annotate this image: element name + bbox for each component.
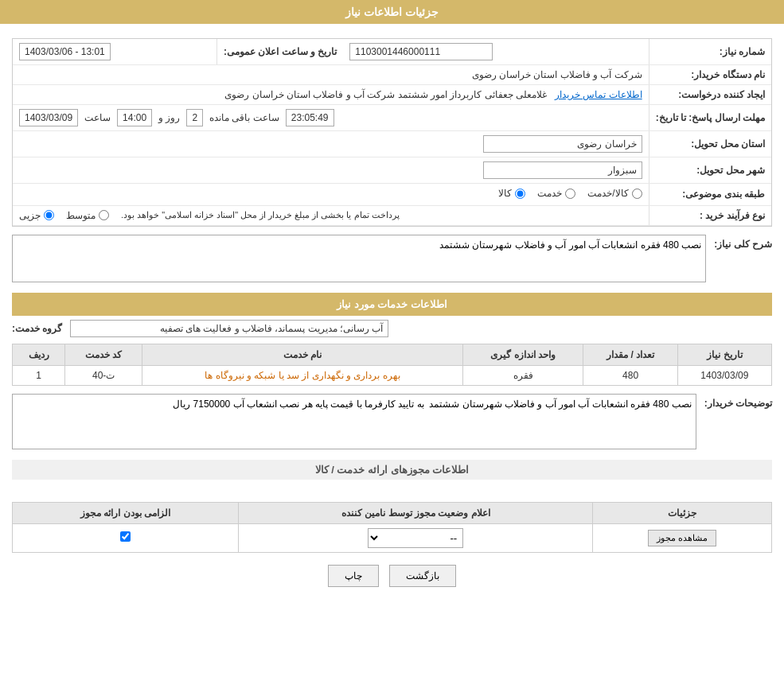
buyer-org-box: شرکت آب و فاضلاب استان خراسان رضوی — [472, 69, 642, 80]
province-value: خراسان رضوی — [483, 135, 642, 153]
buyer-notes-label: توضیحات خریدار: — [704, 394, 772, 409]
announce-date-box: 1403/03/06 - 13:01 — [19, 43, 111, 60]
list-item: مشاهده مجوز -- — [13, 523, 772, 552]
response-days-box: 2 — [186, 109, 203, 126]
col-date: تاریخ نیاز — [677, 344, 771, 365]
category-khadamat-radio[interactable] — [565, 189, 575, 199]
purchase-motavaset-radio[interactable] — [99, 210, 109, 220]
city-label: شهر محل تحویل: — [649, 157, 771, 184]
license-col-details: جزئیات — [593, 502, 772, 523]
need-number-box: 1103001446000111 — [349, 43, 493, 60]
purchase-motavaset-label: متوسط — [66, 210, 96, 221]
requester-label: ایجاد کننده درخواست: — [649, 85, 771, 105]
col-code: کد خدمت — [65, 344, 142, 365]
license-col-announcement: اعلام وضعیت مجوز توسط نامین کننده — [239, 502, 593, 523]
col-unit: واحد اندازه گیری — [463, 344, 583, 365]
category-khadamat-label: خدمت — [537, 188, 562, 199]
purchase-jozii-radio[interactable] — [44, 210, 54, 220]
services-table: تاریخ نیاز تعداد / مقدار واحد اندازه گیر… — [12, 344, 772, 386]
col-name: نام خدمت — [142, 344, 463, 365]
requester-text: غلامعلی جعفائی کاربرداز امور ششتمد شرکت … — [224, 89, 547, 100]
need-number-label: شماره نیاز: — [649, 39, 771, 65]
response-time-box: 14:00 — [117, 109, 152, 126]
announcement-select[interactable]: -- — [368, 528, 463, 548]
purchase-jozii-label: جزیی — [19, 210, 41, 221]
view-license-button[interactable]: مشاهده مجوز — [648, 530, 716, 546]
service-group-value: آب رسانی؛ مدیریت پسماند، فاضلاب و فعالیت… — [70, 320, 388, 337]
time-label: ساعت — [84, 112, 111, 123]
announce-date-label: تاریخ و ساعت اعلان عمومی: — [216, 39, 343, 65]
row-count: 480 — [583, 365, 677, 385]
back-button[interactable]: بازگشت — [389, 565, 456, 587]
category-kala-khadamat-label: کالا/خدمت — [587, 188, 628, 199]
requester-value: اطلاعات تماس خریدار غلامعلی جعفائی کاربر… — [13, 85, 649, 105]
response-deadline-label: مهلت ارسال پاسخ: تا تاریخ: — [649, 105, 771, 131]
print-button[interactable]: چاپ — [328, 565, 379, 587]
announce-date-value: 1403/03/06 - 13:01 — [13, 39, 216, 65]
row-date: 1403/03/09 — [677, 365, 771, 385]
license-details-cell: مشاهده مجوز — [593, 523, 772, 552]
row-name: بهره برداری و نگهداری از سد یا شبکه و نی… — [142, 365, 463, 385]
table-row: 1403/03/09 480 فقره بهره برداری و نگهدار… — [13, 365, 772, 385]
license-table: جزئیات اعلام وضعیت مجوز توسط نامین کننده… — [12, 502, 772, 553]
license-required-cell — [13, 523, 239, 552]
row-code: ت-40 — [65, 365, 142, 385]
remaining-label: ساعت باقی مانده — [209, 112, 279, 123]
buyer-notes-textarea[interactable] — [12, 394, 696, 449]
need-description-textarea[interactable] — [12, 235, 706, 282]
services-info-title: اطلاعات خدمات مورد نیاز — [12, 293, 772, 316]
buyer-org-label: نام دستگاه خریدار: — [649, 65, 771, 85]
category-kala-radio[interactable] — [515, 189, 525, 199]
response-remaining-box: 23:05:49 — [286, 109, 334, 126]
response-date-box: 1403/03/09 — [19, 109, 78, 126]
license-section-label: اطلاعات مجوزهای ارائه خدمت / کالا — [12, 460, 772, 480]
buyer-org-value: شرکت آب و فاضلاب استان خراسان رضوی — [13, 65, 649, 85]
purchase-type-label: نوع فرآیند خرید : — [649, 205, 771, 225]
need-description-label: شرح کلی نیاز: — [714, 235, 772, 250]
category-kala-label: کالا — [498, 188, 512, 199]
page-title: جزئیات اطلاعات نیاز — [0, 0, 784, 24]
days-label: روز و — [158, 112, 180, 123]
service-group-label: گروه خدمت: — [12, 323, 62, 334]
col-radif: ردیف — [13, 344, 65, 365]
province-label: استان محل تحویل: — [649, 131, 771, 157]
need-number-value: 1103001446000111 — [343, 39, 649, 65]
license-announcement-cell: -- — [239, 523, 593, 552]
row-radif: 1 — [13, 365, 65, 385]
col-count: تعداد / مقدار — [583, 344, 677, 365]
city-value: سبزوار — [483, 161, 642, 179]
license-col-required: الزامی بودن ارائه مجوز — [13, 502, 239, 523]
requester-contact-link[interactable]: اطلاعات تماس خریدار — [555, 89, 642, 100]
required-checkbox[interactable] — [120, 531, 131, 542]
row-unit: فقره — [463, 365, 583, 385]
category-label: طبقه بندی موضوعی: — [649, 184, 771, 206]
purchase-notice: پرداخت تمام یا بخشی از مبلغ خریدار از مح… — [121, 210, 400, 220]
category-kala-khadamat-radio[interactable] — [632, 189, 642, 199]
button-bar: بازگشت چاپ — [12, 553, 772, 599]
